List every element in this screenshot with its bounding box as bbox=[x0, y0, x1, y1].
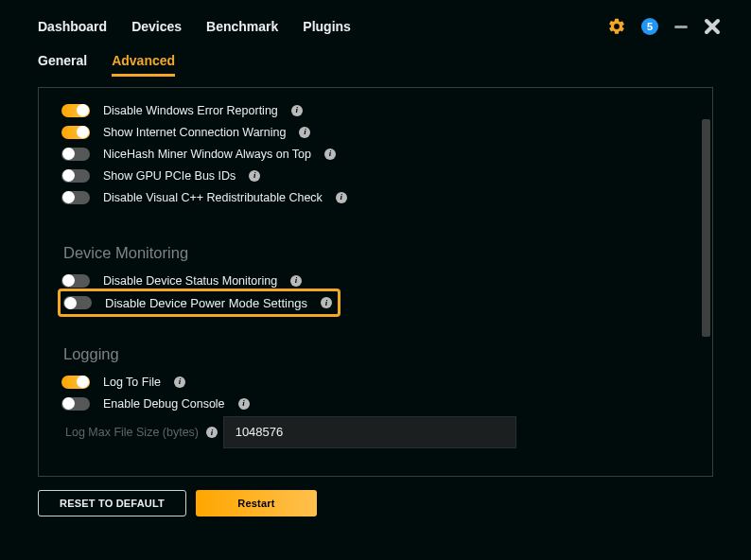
gear-icon[interactable] bbox=[607, 17, 626, 36]
toggle-disable-device-status[interactable] bbox=[61, 274, 90, 288]
setting-label: NiceHash Miner Window Always on Top bbox=[103, 148, 311, 161]
setting-label: Disable Device Status Monitoring bbox=[103, 274, 277, 288]
nav-devices[interactable]: Devices bbox=[131, 19, 182, 34]
toggle-disable-power-mode[interactable] bbox=[63, 296, 92, 309]
scrollbar-thumb[interactable] bbox=[702, 119, 710, 337]
info-icon[interactable]: i bbox=[290, 275, 302, 287]
scrollbar[interactable] bbox=[702, 91, 710, 473]
notification-badge[interactable]: 5 bbox=[641, 18, 658, 35]
svg-rect-0 bbox=[674, 26, 688, 28]
close-icon[interactable] bbox=[704, 18, 721, 35]
minimize-icon[interactable] bbox=[673, 19, 689, 34]
highlighted-setting: Disable Device Power Mode Settings i bbox=[58, 289, 341, 317]
setting-label: Disable Visual C++ Redistributable Check bbox=[103, 191, 323, 204]
info-icon[interactable]: i bbox=[321, 297, 332, 308]
section-device-monitoring: Device Monitoring bbox=[63, 244, 693, 262]
toggle-gpu-pcie-bus[interactable] bbox=[61, 169, 90, 183]
toggle-vc-redist[interactable] bbox=[61, 191, 90, 204]
section-logging: Logging bbox=[63, 345, 693, 363]
info-icon[interactable]: i bbox=[174, 376, 185, 388]
log-max-input[interactable] bbox=[223, 416, 516, 448]
info-icon[interactable]: i bbox=[206, 427, 218, 438]
restart-button[interactable]: Restart bbox=[196, 490, 317, 516]
info-icon[interactable]: i bbox=[336, 192, 347, 203]
setting-label: Log To File bbox=[103, 376, 161, 389]
log-max-label: Log Max File Size (bytes) i bbox=[65, 426, 218, 439]
tab-advanced[interactable]: Advanced bbox=[112, 53, 175, 77]
nav-benchmark[interactable]: Benchmark bbox=[206, 19, 278, 34]
setting-label: Show GPU PCIe Bus IDs bbox=[103, 169, 236, 183]
info-icon[interactable]: i bbox=[249, 170, 260, 182]
toggle-log-to-file[interactable] bbox=[61, 376, 90, 389]
toggle-always-on-top[interactable] bbox=[61, 148, 90, 161]
info-icon[interactable]: i bbox=[324, 149, 336, 160]
info-icon[interactable]: i bbox=[238, 398, 250, 410]
nav-dashboard[interactable]: Dashboard bbox=[38, 19, 107, 34]
settings-panel: Disable Windows Error Reporting i Show I… bbox=[38, 87, 713, 477]
toggle-debug-console[interactable] bbox=[61, 397, 90, 411]
tab-general[interactable]: General bbox=[38, 53, 87, 74]
toggle-disable-win-error[interactable] bbox=[61, 104, 90, 117]
top-nav: Dashboard Devices Benchmark Plugins bbox=[38, 19, 351, 34]
setting-label: Disable Device Power Mode Settings bbox=[105, 296, 307, 310]
settings-tabs: General Advanced bbox=[0, 53, 751, 81]
info-icon[interactable]: i bbox=[299, 127, 310, 138]
info-icon[interactable]: i bbox=[291, 105, 303, 116]
toggle-internet-warning[interactable] bbox=[61, 126, 90, 139]
setting-label: Enable Debug Console bbox=[103, 397, 225, 411]
reset-button[interactable]: RESET TO DEFAULT bbox=[38, 490, 186, 516]
setting-label: Disable Windows Error Reporting bbox=[103, 104, 278, 117]
nav-plugins[interactable]: Plugins bbox=[303, 19, 351, 34]
setting-label: Show Internet Connection Warning bbox=[103, 126, 286, 139]
